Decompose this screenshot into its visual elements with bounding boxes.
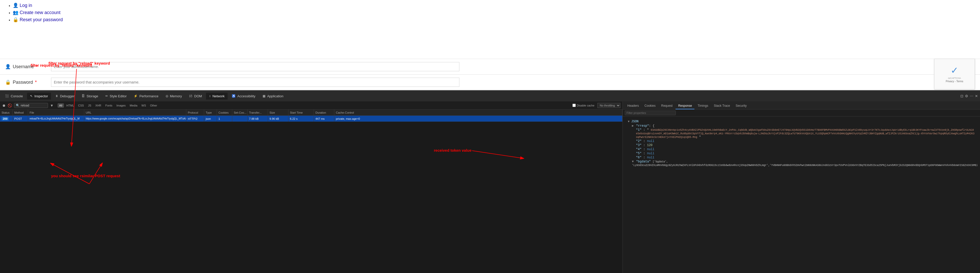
username-row: 👤 Username * — [0, 59, 980, 75]
password-input[interactable] — [51, 78, 460, 87]
debugger-icon: ⏸ — [55, 94, 58, 98]
password-lock-icon: 🔒 — [5, 80, 11, 85]
json-field3: "3" : 120 — [636, 143, 975, 147]
json-row-rresp: ▶ "rresp": { — [632, 124, 975, 128]
json-field4: "4" : null — [636, 147, 975, 152]
username-person-icon: 👤 — [5, 64, 11, 69]
throttle-select[interactable]: No throttling — [597, 103, 620, 108]
top-area: 👤 Log in 👥 Create new account 🔒 Reset yo… — [0, 0, 980, 59]
filter-images[interactable]: Images — [115, 104, 127, 107]
col-file: File — [28, 110, 84, 115]
list-item-login: 👤 Log in — [13, 3, 975, 8]
dock-icon[interactable]: ⊡ — [960, 94, 963, 98]
cell-transfer: 7.88 kB — [248, 116, 268, 121]
memory-icon: ◎ — [165, 94, 168, 98]
col-url: URL — [84, 110, 186, 115]
collapse-icon[interactable]: ▶ — [632, 124, 634, 128]
tab-dom[interactable]: ⟨/⟩ DOM — [186, 93, 205, 100]
json-expand-icon[interactable] — [628, 120, 631, 123]
network-icon: ↕ — [209, 94, 210, 98]
filter-fonts[interactable]: Fonts — [104, 104, 114, 107]
devtools-main: ⏺ 🚫 🔍 ▼ All HTML CSS JS XHR Fonts Images… — [0, 101, 980, 273]
col-cache: Cache-Control — [334, 110, 622, 115]
cell-cookies: 1 — [217, 116, 232, 121]
network-toolbar: ⏺ 🚫 🔍 ▼ All HTML CSS JS XHR Fonts Images… — [0, 101, 622, 110]
devtools-controls: ⊡ ⚙ ⋯ ✕ — [960, 94, 978, 98]
rpt-response[interactable]: Response — [676, 103, 694, 109]
form-area: filter request by "reload" keyword 👤 Use… — [0, 59, 980, 90]
tab-memory[interactable]: ◎ Memory — [162, 93, 185, 100]
filter-media[interactable]: Media — [128, 104, 139, 107]
cell-duration: 447 ms — [314, 116, 334, 121]
person-plus-icon: 👥 — [13, 10, 18, 15]
json-tree: JSON ▶ "rresp": { "1" : " 03AGdBZp26CXNn… — [625, 118, 977, 169]
col-protocol: Protocol — [186, 110, 204, 115]
tab-debugger[interactable]: ⏸ Debugger — [52, 93, 78, 100]
accessibility-icon: ♿ — [232, 94, 235, 98]
tab-network[interactable]: ↕ Network — [206, 93, 228, 100]
close-devtools-icon[interactable]: ✕ — [975, 94, 978, 98]
json-rresp-body: "1" : " 03AGdBZp26CXNn4qc1o5Zh4cyAVBXZJP… — [632, 128, 975, 160]
password-label: 🔒 Password * — [5, 80, 51, 85]
table-row[interactable]: 200 POST reload?k=6LccJngUAAAAId7HeTtysl… — [0, 116, 622, 122]
col-cookies: Cookies — [217, 110, 232, 115]
network-right-panel: Headers Cookies Request Response Timings… — [623, 101, 980, 273]
tab-console[interactable]: ⬛ Console — [2, 93, 26, 100]
cell-setcoo — [232, 116, 248, 121]
tab-inspector[interactable]: ↖ Inspector — [27, 93, 51, 100]
rpt-timings[interactable]: Timings — [695, 103, 711, 109]
col-start: Start Time — [288, 110, 314, 115]
tab-accessibility[interactable]: ♿ Accessibility — [229, 93, 259, 100]
filter-ws[interactable]: WS — [140, 104, 148, 107]
tab-application[interactable]: ▦ Application — [259, 93, 286, 100]
json-field5: "5" : null — [636, 152, 975, 155]
network-right-controls: Disable cache No throttling — [573, 103, 620, 108]
disable-cache-label[interactable]: Disable cache — [573, 104, 594, 107]
style-editor-icon: ✏ — [105, 94, 108, 98]
search-icon: 🔍 — [16, 104, 20, 107]
tab-style-editor[interactable]: ✏ Style Editor — [102, 93, 130, 100]
settings-icon[interactable]: ⚙ — [965, 94, 968, 98]
col-type: Type — [204, 110, 217, 115]
recaptcha-widget[interactable]: ✓ reCAPTCHA Privacy - Terms — [934, 59, 975, 89]
network-search-input[interactable] — [21, 104, 46, 107]
col-duration: Duration — [314, 110, 334, 115]
filter-icon[interactable]: ▼ — [50, 104, 54, 107]
filter-xhr[interactable]: XHR — [94, 104, 103, 107]
username-label: 👤 Username * — [5, 64, 51, 69]
rpt-stack-trace[interactable]: Stack Trace — [711, 103, 732, 109]
devtools-toolbar: ⬛ Console ↖ Inspector ⏸ Debugger 🗄 Stora… — [0, 90, 980, 101]
tab-storage[interactable]: 🗄 Storage — [79, 93, 101, 100]
network-column-headers: Status Method File URL Protocol Type Coo… — [0, 110, 622, 116]
right-panel-filter — [623, 110, 980, 117]
filter-css[interactable]: CSS — [76, 104, 86, 107]
rpt-cookies[interactable]: Cookies — [642, 103, 658, 109]
tab-performance[interactable]: ⚡ Performance — [130, 93, 161, 100]
cell-type: json — [204, 116, 217, 121]
application-icon: ▦ — [262, 94, 266, 98]
filter-all[interactable]: All — [58, 104, 64, 107]
rpt-headers[interactable]: Headers — [625, 103, 641, 109]
overflow-icon[interactable]: ⋯ — [970, 94, 974, 98]
filter-properties-input[interactable] — [625, 110, 676, 115]
filter-other[interactable]: Other — [148, 104, 159, 107]
json-field2: "2" : null — [636, 139, 975, 143]
right-panel-content: JSON ▶ "rresp": { "1" : " 03AGdBZp26CXNn… — [623, 117, 980, 273]
rpt-request[interactable]: Request — [659, 103, 675, 109]
username-input[interactable] — [51, 62, 460, 71]
filter-html[interactable]: HTML — [65, 104, 76, 107]
password-required: * — [35, 80, 37, 85]
password-row: 🔒 Password * — [0, 75, 980, 90]
create-account-link[interactable]: 👥 Create new account — [13, 10, 60, 15]
login-link[interactable]: 👤 Log in — [13, 3, 32, 8]
filter-js[interactable]: JS — [86, 104, 93, 107]
bgdata-collapse-icon[interactable]: ▼ — [632, 160, 634, 163]
recaptcha-checkmark: ✓ — [951, 65, 958, 76]
cell-protocol: HTTP/2 — [186, 116, 204, 121]
storage-icon: 🗄 — [82, 94, 85, 98]
record-icon[interactable]: ⏺ — [2, 104, 6, 107]
clear-icon[interactable]: 🚫 — [8, 104, 12, 107]
disable-cache-checkbox[interactable] — [573, 104, 576, 107]
reset-password-link[interactable]: 🔒 Reset your password — [13, 17, 63, 22]
rpt-security[interactable]: Security — [733, 103, 749, 109]
